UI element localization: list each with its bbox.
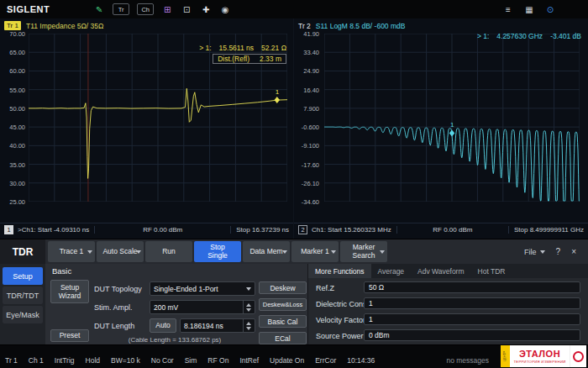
marker-search-button-label: Marker Search bbox=[346, 244, 381, 260]
dut-length-auto-toggle[interactable]: Auto bbox=[150, 318, 176, 333]
data-mem-button[interactable]: Data Mem bbox=[243, 241, 290, 262]
dielectric-const-input[interactable]: 1 bbox=[364, 297, 580, 309]
step-up-icon[interactable] bbox=[246, 322, 251, 325]
y-tick-label: 40.00 bbox=[0, 142, 25, 150]
step-down-icon[interactable] bbox=[246, 308, 251, 312]
stop-single-button[interactable]: Stop Single bbox=[194, 241, 241, 262]
sidebar-item-eye-mask[interactable]: Eye/Mask bbox=[3, 306, 43, 323]
status-tr-1: Tr 1 bbox=[5, 356, 18, 365]
deskew-button[interactable]: Deskew bbox=[259, 281, 307, 294]
window-layout-icon[interactable]: ⊞ bbox=[161, 3, 173, 16]
dut-topology-label: DUT Topology bbox=[94, 285, 142, 293]
channel-config-icon[interactable]: Ch bbox=[137, 3, 154, 15]
window2-tab[interactable]: 2 bbox=[298, 225, 307, 234]
preset-button[interactable]: Preset bbox=[50, 329, 89, 342]
etalon-logo-main: ЭТАЛОН ТЕРРИТОРИЯ ИЗМЕРЕНИЙ bbox=[510, 345, 570, 367]
etalon-logo-side-text: ЦЕНТР ИЗМЕРИТЕЛЬНОЙ ТЕХНИКИ bbox=[501, 345, 510, 367]
deskew-loss-button[interactable]: Deskew&Loss bbox=[259, 298, 307, 311]
status-bw-10-k: BW=10 k bbox=[111, 356, 140, 365]
ch1-start-time[interactable]: >Ch1: Start -4.09310 ns bbox=[18, 226, 89, 234]
sidebar-item-setup[interactable]: Setup bbox=[3, 267, 43, 285]
trace-select-button[interactable]: Trace 1 bbox=[48, 241, 95, 262]
distance-label: Dist.(Refl) bbox=[218, 55, 249, 63]
power-icon[interactable]: ⊙ bbox=[544, 3, 556, 16]
marker1-prefix: > 1: bbox=[477, 32, 489, 40]
menu-list-icon[interactable]: ≡ bbox=[502, 3, 514, 16]
y-tick-label: -17.60 bbox=[293, 161, 319, 169]
marker1-y-value: 52.21 Ω bbox=[261, 44, 286, 52]
stim-ampl-input[interactable]: 200 mV bbox=[150, 300, 255, 314]
annotation-pen-icon[interactable]: ✎ bbox=[93, 3, 105, 16]
marker-1-flag: 1 bbox=[450, 121, 454, 129]
file-menu-button[interactable]: File bbox=[524, 248, 545, 256]
chevron-down-icon bbox=[540, 250, 545, 254]
screenshot-icon[interactable]: ◉ bbox=[219, 3, 231, 16]
etalon-logo-subtitle: ТЕРРИТОРИЯ ИЗМЕРЕНИЙ bbox=[513, 360, 565, 364]
top-bar: SIGLENT ✎TrCh⊞⊡✚◉ ≡▦⊙ bbox=[0, 0, 588, 18]
y-tick-label: 7.900 bbox=[293, 105, 319, 113]
y-tick-label: -26.10 bbox=[293, 180, 319, 187]
dut-length-stepper[interactable] bbox=[243, 319, 251, 332]
help-icon[interactable]: ? bbox=[556, 247, 561, 256]
velocity-factor-input[interactable]: 1 bbox=[364, 313, 580, 325]
window-grid-icon[interactable]: ▦ bbox=[523, 3, 535, 16]
ref-z-label: Ref.Z bbox=[316, 284, 334, 292]
sidebar-item-tdr-tdt[interactable]: TDR/TDT bbox=[3, 287, 43, 304]
marker-1-diamond[interactable] bbox=[275, 97, 280, 103]
dut-length-input[interactable]: 8.186194 ns bbox=[180, 318, 255, 333]
vna-screen: SIGLENT ✎TrCh⊞⊡✚◉ ≡▦⊙ Tr 1 T11 Impedance… bbox=[0, 0, 588, 368]
run-button-label: Run bbox=[151, 248, 186, 256]
tab-hot-tdr[interactable]: Hot TDR bbox=[471, 264, 512, 278]
ref-z-input[interactable]: 50 Ω bbox=[364, 281, 580, 293]
dielectric-const-label: Dielectric Const. bbox=[316, 300, 371, 308]
step-down-icon[interactable] bbox=[246, 327, 251, 330]
field-row-ref-z: Ref.Z50 Ω bbox=[308, 281, 588, 297]
mode-label: TDR bbox=[0, 239, 45, 264]
y-tick-label: 33.40 bbox=[293, 49, 319, 56]
trace1-title[interactable]: T11 Impedance 5Ω/ 35Ω bbox=[26, 22, 103, 30]
marker-button[interactable]: Marker 1 bbox=[291, 241, 339, 262]
impedance-y-axis: 70.0065.0060.0055.0050.0045.0040.0035.00… bbox=[1, 34, 27, 202]
ecal-button[interactable]: ECal bbox=[259, 332, 307, 344]
ch1-stop-time[interactable]: Stop 16.37239 ns bbox=[236, 226, 289, 234]
chevron-down-icon bbox=[331, 250, 336, 254]
marker-button-label: Marker 1 bbox=[297, 248, 333, 256]
ch1-rf-power[interactable]: RF 0.00 dBm bbox=[396, 226, 509, 234]
trace-config-icon[interactable]: Tr bbox=[113, 3, 129, 15]
ch1-stop-freq[interactable]: Stop 8.499999911 GHz bbox=[514, 226, 584, 234]
auto-scale-button-label: Auto Scale bbox=[102, 248, 138, 256]
marker-1-diamond[interactable] bbox=[449, 129, 454, 136]
dut-topology-select[interactable]: Single-Ended 1-Port bbox=[150, 281, 255, 296]
setup-wizard-button[interactable]: Setup Wizard bbox=[50, 280, 89, 303]
run-button[interactable]: Run bbox=[145, 241, 192, 262]
tab-average[interactable]: Average bbox=[371, 264, 412, 278]
y-tick-label: 30.00 bbox=[0, 180, 25, 187]
stim-ampl-stepper[interactable] bbox=[243, 301, 251, 313]
touch-point-icon[interactable]: ✚ bbox=[200, 3, 212, 16]
trace1-badge[interactable]: Tr 1 bbox=[4, 21, 21, 30]
window1-tab[interactable]: 1 bbox=[4, 225, 13, 234]
trace2-title[interactable]: S11 LogM 8.5 dB/ -600 mdB bbox=[316, 22, 406, 30]
marker-search-button[interactable]: Marker Search bbox=[340, 241, 387, 262]
y-tick-label: 70.00 bbox=[0, 30, 25, 38]
step-up-icon[interactable] bbox=[246, 303, 251, 307]
source-power-input[interactable]: 0 dBm bbox=[364, 329, 580, 341]
dut-topology-value: Single-Ended 1-Port bbox=[154, 285, 218, 293]
ch1-rf-power[interactable]: RF 0.00 dBm bbox=[94, 226, 231, 234]
channel1-freq-footer: 2 Ch1: Start 15.260323 MHz RF 0.00 dBm S… bbox=[294, 223, 588, 236]
zoom-window-icon[interactable]: ⊡ bbox=[181, 3, 192, 16]
close-panel-icon[interactable]: × bbox=[571, 247, 576, 256]
tdr-impedance-chart: Tr 1 T11 Impedance 5Ω/ 35Ω > 1: 15.5611 … bbox=[0, 18, 293, 239]
chevron-down-icon bbox=[136, 250, 141, 254]
topbar-left-icons: ✎TrCh⊞⊡✚◉ bbox=[93, 3, 231, 16]
ch1-start-freq[interactable]: Ch1: Start 15.260323 MHz bbox=[312, 226, 391, 234]
chevron-down-icon bbox=[380, 250, 385, 254]
tab-adv-waveform[interactable]: Adv Waveform bbox=[411, 264, 470, 278]
source-power-label: Source Power bbox=[316, 332, 364, 340]
auto-scale-button[interactable]: Auto Scale bbox=[97, 241, 144, 262]
field-row-velocity-factor: Velocity Factor1 bbox=[308, 313, 588, 329]
status-ch-1: Ch 1 bbox=[29, 356, 44, 365]
basic-cal-button[interactable]: Basic Cal bbox=[259, 315, 307, 328]
trace2-badge[interactable]: Tr 2 bbox=[298, 22, 311, 30]
tab-more-functions[interactable]: More Functions bbox=[308, 264, 371, 278]
